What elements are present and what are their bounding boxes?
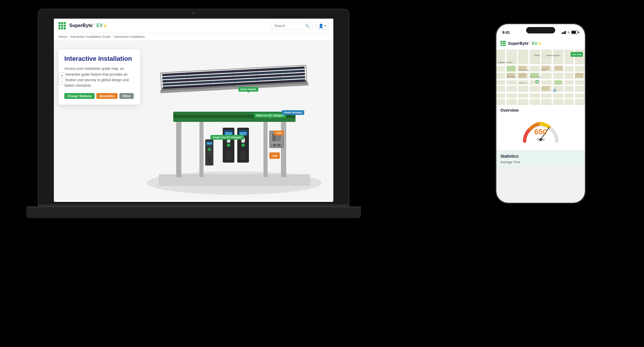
user-button[interactable]: 👤 ▾: [316, 22, 329, 30]
svg-point-43: [277, 144, 280, 146]
phone-brand-ev: EV: [532, 41, 537, 46]
cafe-tooltip: Café: [274, 131, 284, 135]
phone-screen: 9:41 ∿: [496, 24, 585, 203]
gauge-score: 650: [534, 127, 547, 136]
brand-name: SuperByte™ EV⚡: [69, 23, 107, 28]
svg-rect-35: [207, 142, 212, 145]
svg-text:Oxford Circus: Oxford Circus: [519, 69, 529, 71]
svg-point-25: [227, 143, 230, 147]
tm-symbol: ™: [93, 23, 95, 26]
phone-header: SuperByte™ EV⚡: [496, 37, 585, 50]
svg-point-31: [241, 143, 245, 147]
svg-point-81: [536, 81, 538, 83]
statistics-title: Statistics: [500, 154, 581, 159]
svg-rect-29: [240, 132, 247, 135]
svg-text:EMEA: EMEA: [534, 54, 540, 56]
status-icons: ∿: [562, 30, 579, 34]
breadcrumb-sep-1: /: [68, 35, 69, 38]
ev-station-illustration: Café Solar Panels Multi Use EV Charger* …: [135, 55, 333, 200]
phone-map[interactable]: Fulham, London EMEA United Kingdom New T…: [496, 50, 585, 105]
overview-title: Overview: [500, 108, 581, 113]
svg-point-42: [273, 144, 276, 146]
user-icon: 👤: [319, 24, 323, 28]
svg-point-83: [554, 90, 555, 91]
svg-rect-26: [226, 151, 231, 160]
info-card: Interactive Installation Access your ins…: [59, 49, 140, 105]
svg-text:Harley St: Harley St: [519, 82, 526, 84]
breadcrumb: Home / Interactive Installation Guide / …: [54, 33, 333, 40]
laptop-screen: SuperByte™ EV⚡ 🔍 👤 ▾ Home / Interactive …: [54, 19, 333, 202]
laptop-body: SuperByte™ EV⚡ 🔍 👤 ▾ Home / Interactive …: [38, 9, 349, 207]
wifi-icon: ∿: [567, 30, 570, 34]
svg-rect-59: [574, 50, 575, 105]
svg-rect-37: [208, 155, 211, 163]
breadcrumb-sep-2: /: [112, 35, 113, 38]
svg-rect-57: [552, 50, 553, 105]
svg-text:Liberty London: Liberty London: [530, 76, 542, 78]
search-box[interactable]: 🔍: [272, 22, 312, 29]
battery-icon: [571, 31, 579, 34]
gauge-number: 650 Good: [534, 127, 547, 142]
svg-rect-60: [507, 66, 515, 72]
single-charger-tooltip: Single Use EV Charger*: [210, 135, 244, 140]
laptop-camera: [192, 12, 195, 14]
gauge-container: 650 Good: [500, 115, 581, 147]
grid-icon[interactable]: [59, 22, 66, 29]
other-tag[interactable]: Other: [119, 93, 134, 99]
phone-statistics: Statistics Average Time: [496, 151, 585, 167]
laptop: SuperByte™ EV⚡ 🔍 👤 ▾ Home / Interactive …: [38, 9, 349, 218]
gauge-label: Good: [537, 138, 545, 141]
gauge-wrapper: 650 Good: [520, 118, 561, 144]
phone: 9:41 ∿: [496, 23, 586, 204]
svg-rect-23: [225, 132, 232, 135]
signal-icon: [562, 31, 566, 34]
multi-charger-tooltip: Multi Use EV Charger*: [254, 113, 286, 118]
svg-rect-66: [518, 73, 526, 78]
chevron-down-icon: ▾: [325, 24, 326, 27]
zoom-out-button[interactable]: -: [59, 79, 65, 84]
amenities-tag[interactable]: Amenities: [96, 93, 118, 99]
avg-time-label: Average Time: [500, 160, 581, 164]
svg-rect-67: [542, 86, 550, 91]
zoom-controls: + -: [59, 72, 66, 85]
zoom-in-button[interactable]: +: [59, 73, 65, 79]
svg-rect-68: [555, 66, 563, 70]
breadcrumb-guide[interactable]: Interactive Installation Guide: [70, 35, 111, 38]
power-breaker-tooltip: Power Breaker: [282, 110, 304, 115]
breadcrumb-home[interactable]: Home: [59, 35, 67, 38]
svg-rect-2: [176, 119, 181, 177]
breadcrumb-current: Interactive Installation: [114, 35, 145, 38]
svg-rect-62: [555, 80, 562, 85]
svg-rect-69: [575, 73, 583, 78]
phone-brand-symbol: ⚡: [537, 42, 542, 46]
laptop-base: [26, 207, 361, 218]
info-card-description: Access your installation guide map, an i…: [64, 66, 134, 88]
svg-rect-53: [505, 50, 507, 105]
phone-brand-name: SuperByte™ EV⚡: [508, 41, 542, 46]
phone-overview: Overview: [496, 105, 585, 150]
search-icon: 🔍: [305, 24, 309, 28]
brand-ev: EV: [96, 23, 102, 28]
svg-text:soho: soho: [542, 69, 546, 71]
svg-rect-58: [563, 50, 565, 105]
charge-stations-tag[interactable]: Charge Stations: [64, 93, 95, 99]
phone-grid-icon[interactable]: [500, 41, 506, 46]
solar-panels-tooltip: Solar Panels: [238, 87, 258, 92]
svg-rect-32: [241, 151, 245, 160]
screen-header: SuperByte™ EV⚡ 🔍 👤 ▾: [54, 19, 333, 33]
brand-symbol: ⚡: [103, 24, 107, 28]
svg-text:GB-LON: GB-LON: [572, 53, 581, 56]
phone-notch: [526, 27, 555, 33]
svg-text:New Town: New Town: [507, 76, 516, 78]
tags-container: Charge Stations Amenities Other: [64, 93, 134, 99]
screen-main: + - Interactive Installation Access your…: [54, 40, 333, 200]
info-card-title: Interactive Installation: [64, 55, 134, 63]
svg-text:Café: Café: [272, 154, 277, 157]
search-input[interactable]: [274, 24, 303, 28]
svg-point-36: [208, 148, 211, 151]
svg-rect-5: [263, 119, 268, 177]
svg-rect-4: [199, 119, 204, 177]
svg-text:United Kingdom: United Kingdom: [546, 54, 560, 57]
svg-text:Fulham, London: Fulham, London: [498, 61, 513, 63]
status-time: 9:41: [502, 30, 510, 35]
